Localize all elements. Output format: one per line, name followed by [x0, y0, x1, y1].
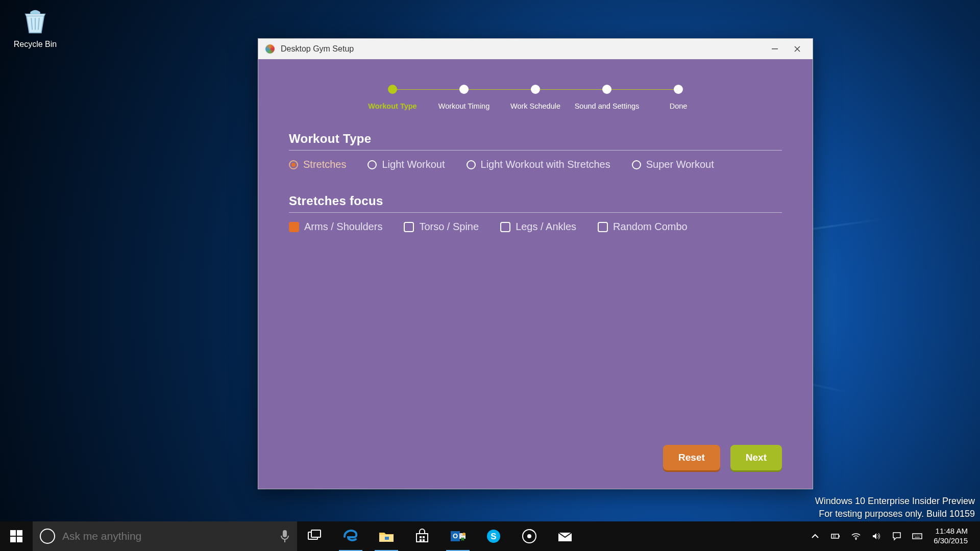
title-bar[interactable]: Desktop Gym Setup — [258, 39, 813, 59]
task-icons: O S — [297, 521, 583, 551]
step-dot-icon — [531, 85, 540, 94]
radio-icon — [632, 160, 641, 169]
cortana-icon — [40, 529, 55, 544]
close-button[interactable] — [786, 41, 808, 57]
checkbox-icon — [289, 222, 299, 232]
svg-rect-10 — [420, 536, 422, 538]
next-button[interactable]: Next — [730, 445, 782, 470]
skype-icon[interactable]: S — [476, 521, 511, 551]
reset-button[interactable]: Reset — [663, 445, 720, 470]
stretches-focus-options: Arms / Shoulders Torso / Spine Legs / An… — [289, 221, 782, 233]
step-sound-settings[interactable]: Sound and Settings — [571, 85, 643, 110]
section-title-stretches-focus: Stretches focus — [289, 194, 782, 208]
step-dot-icon — [674, 85, 683, 94]
date-text: 6/30/2015 — [934, 536, 968, 546]
microphone-icon[interactable] — [280, 530, 290, 543]
svg-rect-0 — [772, 48, 778, 49]
checkbox-icon — [598, 222, 608, 232]
section-title-workout-type: Workout Type — [289, 132, 782, 146]
minimize-button[interactable] — [764, 41, 786, 57]
step-work-schedule[interactable]: Work Schedule — [500, 85, 571, 110]
store-icon[interactable] — [404, 521, 440, 551]
check-arms-shoulders[interactable]: Arms / Shoulders — [289, 221, 382, 233]
radio-icon — [289, 160, 298, 169]
time-text: 11:48 AM — [934, 527, 968, 536]
svg-text:O: O — [453, 532, 458, 540]
app-icon — [264, 43, 276, 55]
step-dot-icon — [602, 85, 611, 94]
taskbar: O S — [0, 521, 980, 551]
svg-rect-11 — [423, 536, 425, 538]
app-window: Desktop Gym Setup Workout Type Workout T… — [258, 38, 813, 489]
groove-music-icon[interactable] — [511, 521, 547, 551]
task-view-icon[interactable] — [297, 521, 333, 551]
recycle-bin-label: Recycle Bin — [7, 40, 63, 49]
svg-text:S: S — [491, 532, 496, 541]
radio-light-workout-stretches[interactable]: Light Workout with Stretches — [467, 159, 610, 170]
svg-point-21 — [527, 534, 531, 538]
step-done[interactable]: Done — [643, 85, 714, 110]
svg-rect-2 — [17, 530, 22, 536]
step-dot-icon — [459, 85, 469, 94]
recycle-bin-icon[interactable]: Recycle Bin — [7, 5, 63, 49]
system-tray: 11:48 AM 6/30/2015 — [805, 521, 980, 551]
mail-icon[interactable] — [547, 521, 583, 551]
svg-point-24 — [855, 539, 857, 540]
radio-light-workout[interactable]: Light Workout — [368, 159, 445, 170]
clock[interactable]: 11:48 AM 6/30/2015 — [927, 527, 974, 546]
radio-icon — [368, 160, 377, 169]
tray-overflow-icon[interactable] — [805, 521, 825, 551]
app-body: Workout Type Workout Timing Work Schedul… — [258, 59, 813, 489]
volume-icon[interactable] — [866, 521, 887, 551]
action-center-icon[interactable] — [887, 521, 907, 551]
step-dot-icon — [388, 85, 397, 94]
svg-rect-9 — [385, 537, 389, 540]
radio-stretches[interactable]: Stretches — [289, 159, 346, 170]
window-title: Desktop Gym Setup — [281, 44, 354, 54]
svg-rect-4 — [17, 537, 22, 542]
svg-rect-12 — [420, 539, 422, 541]
windows-watermark: Windows 10 Enterprise Insider Preview Fo… — [815, 495, 975, 520]
divider — [289, 212, 782, 213]
check-torso-spine[interactable]: Torso / Spine — [404, 221, 479, 233]
outlook-icon[interactable]: O — [440, 521, 476, 551]
wizard-stepper: Workout Type Workout Timing Work Schedul… — [289, 85, 782, 110]
svg-rect-25 — [913, 534, 922, 539]
check-random-combo[interactable]: Random Combo — [598, 221, 688, 233]
workout-type-options: Stretches Light Workout Light Workout wi… — [289, 159, 782, 170]
search-input[interactable] — [62, 530, 273, 542]
keyboard-icon[interactable] — [907, 521, 927, 551]
svg-rect-5 — [283, 530, 287, 537]
radio-icon — [467, 160, 476, 169]
search-box[interactable] — [33, 521, 297, 551]
footer-buttons: Reset Next — [663, 445, 782, 470]
svg-rect-3 — [10, 537, 16, 542]
svg-rect-23 — [839, 535, 840, 537]
desktop-background: Recycle Bin Windows 10 Enterprise Inside… — [0, 0, 980, 551]
file-explorer-icon[interactable] — [369, 521, 404, 551]
step-workout-timing[interactable]: Workout Timing — [428, 85, 500, 110]
divider — [289, 150, 782, 151]
edge-icon[interactable] — [333, 521, 369, 551]
checkbox-icon — [404, 222, 414, 232]
checkbox-icon — [500, 222, 510, 232]
svg-rect-1 — [10, 530, 16, 536]
svg-rect-7 — [311, 530, 321, 537]
start-button[interactable] — [0, 521, 33, 551]
svg-rect-13 — [423, 539, 425, 541]
check-legs-ankles[interactable]: Legs / Ankles — [500, 221, 576, 233]
battery-icon[interactable] — [825, 521, 846, 551]
step-workout-type[interactable]: Workout Type — [357, 85, 428, 110]
wifi-icon[interactable] — [846, 521, 866, 551]
svg-point-17 — [462, 533, 465, 536]
radio-super-workout[interactable]: Super Workout — [632, 159, 714, 170]
